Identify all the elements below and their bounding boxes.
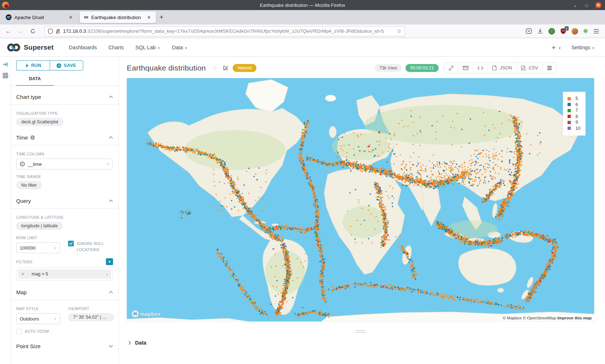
run-button[interactable]: RUN xyxy=(16,60,50,70)
tab-close-icon[interactable]: ✕ xyxy=(67,14,74,21)
email-button[interactable] xyxy=(458,63,473,73)
filter-text[interactable]: mag > 5 xyxy=(28,272,103,277)
bookmark-star-icon[interactable]: ☆ xyxy=(397,28,402,35)
save-button[interactable]: + SAVE xyxy=(50,60,83,70)
chevron-right-icon[interactable]: › xyxy=(103,272,111,277)
ublock-icon[interactable]: 2 xyxy=(560,28,566,34)
export-csv-button[interactable]: .CSV xyxy=(517,63,543,73)
viewport-pill[interactable]: 7° 35' 54.02" | 31... xyxy=(68,313,114,321)
chevron-down-icon xyxy=(109,345,113,347)
export-json-button[interactable]: .JSON xyxy=(488,63,517,73)
improve-map-link[interactable]: Improve this map xyxy=(557,316,592,320)
row-count-badge: 73k rows xyxy=(375,64,402,72)
earthquake-points-layer[interactable] xyxy=(127,78,594,322)
section-time: Timei TIME COLUMN __time ∨ TIME RANGE No… xyxy=(16,127,113,190)
chevron-right-icon xyxy=(128,341,131,345)
tab-earthquake-distribution[interactable]: ∞ Earthquake distribution ✕ xyxy=(80,12,156,23)
mapbox-logo[interactable]: m mapbox xyxy=(132,310,161,317)
url-bar[interactable]: 172.18.0.3:32108/superset/explore/?form_… xyxy=(45,26,405,36)
settings-menu[interactable]: Settings▼ xyxy=(572,45,595,50)
legend-label: 6 xyxy=(575,102,578,107)
viz-type-pill[interactable]: deck.gl Scatterplot xyxy=(16,118,63,126)
download-icon[interactable] xyxy=(537,28,543,34)
section-chart-type: Chart type VISUALIZATION TYPE deck.gl Sc… xyxy=(16,86,113,127)
collapse-panel-icon[interactable] xyxy=(3,62,8,67)
tracking-shield-icon[interactable] xyxy=(48,28,53,34)
brand-name: Superset xyxy=(24,44,54,51)
tab-title: Apache Druid xyxy=(14,15,44,20)
chart-menu-button[interactable] xyxy=(543,63,556,73)
tab-title: Earthquake distribution xyxy=(91,15,141,20)
lonlat-label: LONGITUDE & LATITUDE xyxy=(16,215,113,219)
forward-icon[interactable]: → xyxy=(15,28,26,35)
window-minimize-icon[interactable]: ⌄ xyxy=(572,3,578,8)
mapbox-icon: m xyxy=(132,310,139,317)
filters-label: FILTERS xyxy=(16,260,32,264)
filter-item[interactable]: ✕ mag > 5 › xyxy=(18,269,111,279)
new-item-button[interactable]: ＋▼ xyxy=(551,43,561,51)
section-map-header[interactable]: Map xyxy=(16,289,113,300)
privacy-badger-icon[interactable] xyxy=(548,28,555,35)
nav-sql-lab[interactable]: SQL Lab▼ xyxy=(130,45,166,50)
data-results-panel[interactable]: Data xyxy=(127,340,594,346)
menu-hamburger-icon[interactable] xyxy=(593,29,599,34)
chevron-down-icon: ∨ xyxy=(54,317,57,321)
edit-properties-icon[interactable] xyxy=(223,65,228,71)
row-limit-select[interactable]: 100000 ∨ xyxy=(16,242,60,253)
firefox-icon[interactable] xyxy=(2,2,9,9)
url-text[interactable]: 172.18.0.3:32108/superset/explore/?form_… xyxy=(63,28,394,34)
time-column-select[interactable]: __time ∨ xyxy=(16,159,113,169)
pocket-icon[interactable] xyxy=(526,28,532,34)
section-map: Map MAP STYLE Outdoors ∨ AUTO ZOOM xyxy=(16,281,113,335)
section-chart-type-header[interactable]: Chart type xyxy=(16,94,113,104)
cookie-extension-icon[interactable] xyxy=(572,28,578,35)
window-titlebar: Earthquake distribution — Mozilla Firefo… xyxy=(0,0,605,10)
collapse-strip xyxy=(0,57,11,364)
chevron-down-icon: ▼ xyxy=(157,46,161,50)
panel-resize-handle[interactable] xyxy=(355,330,366,334)
nav-dashboards[interactable]: Dashboards xyxy=(63,45,103,50)
legend-label: 8 xyxy=(575,114,578,119)
window-maximize-icon[interactable]: ◇ xyxy=(584,3,590,8)
browser-toolbar: ← → 172.18.0.3:32108/superset/explore/?f… xyxy=(0,24,605,38)
reload-icon[interactable] xyxy=(27,28,38,34)
window-close-icon[interactable]: ✕ xyxy=(595,2,601,8)
browser-tab-bar: Apache Druid ✕ ∞ Earthquake distribution… xyxy=(0,10,605,24)
tab-close-icon[interactable]: ✕ xyxy=(145,14,152,21)
legend-swatch xyxy=(568,121,571,124)
superset-navbar: Superset Dashboards Charts SQL Lab▼ Data… xyxy=(0,38,605,57)
auto-zoom-checkbox[interactable] xyxy=(16,329,22,335)
section-query-header[interactable]: Query xyxy=(16,198,113,208)
copy-link-button[interactable] xyxy=(444,63,458,73)
ublock-badge: 2 xyxy=(565,26,569,31)
tab-data[interactable]: DATA xyxy=(16,76,54,86)
nav-charts[interactable]: Charts xyxy=(103,45,130,50)
chevron-down-icon: ∨ xyxy=(106,162,109,167)
datasource-grid-icon[interactable] xyxy=(3,73,8,78)
map-style-select[interactable]: Outdoors ∨ xyxy=(16,313,60,324)
lonlat-pill[interactable]: longitude | latitude xyxy=(16,222,63,230)
section-point-size-header[interactable]: Point Size xyxy=(16,343,113,354)
tab-apache-druid[interactable]: Apache Druid ✕ xyxy=(1,12,78,23)
time-range-pill[interactable]: No filter xyxy=(16,181,42,189)
legend-swatch xyxy=(568,97,571,100)
superset-logo[interactable]: Superset xyxy=(6,43,54,52)
row-limit-label: ROW LIMIT xyxy=(16,236,60,240)
deckgl-map[interactable]: 5678910 m mapbox © Mapbox © OpenStreetMa… xyxy=(127,78,594,322)
remove-filter-icon[interactable]: ✕ xyxy=(18,272,28,277)
section-query: Query LONGITUDE & LATITUDE longitude | l… xyxy=(16,190,113,281)
back-icon[interactable]: ← xyxy=(3,28,14,35)
legend-entry: 6 xyxy=(568,102,581,108)
extension-asterisk-icon[interactable]: ❋ xyxy=(583,28,588,35)
add-filter-button[interactable]: + xyxy=(106,258,113,265)
nav-data[interactable]: Data▼ xyxy=(166,45,193,50)
ignore-null-checkbox[interactable] xyxy=(68,241,74,246)
favorite-star-icon[interactable]: ☆ xyxy=(211,64,218,72)
altered-badge[interactable]: Altered xyxy=(233,64,256,72)
embed-code-button[interactable] xyxy=(473,63,488,73)
viz-type-label: VISUALIZATION TYPE xyxy=(16,111,113,115)
section-time-header[interactable]: Timei xyxy=(16,135,113,145)
new-tab-button[interactable]: + xyxy=(156,13,167,22)
insecure-lock-icon[interactable] xyxy=(55,28,60,34)
druid-favicon-icon xyxy=(6,14,12,20)
